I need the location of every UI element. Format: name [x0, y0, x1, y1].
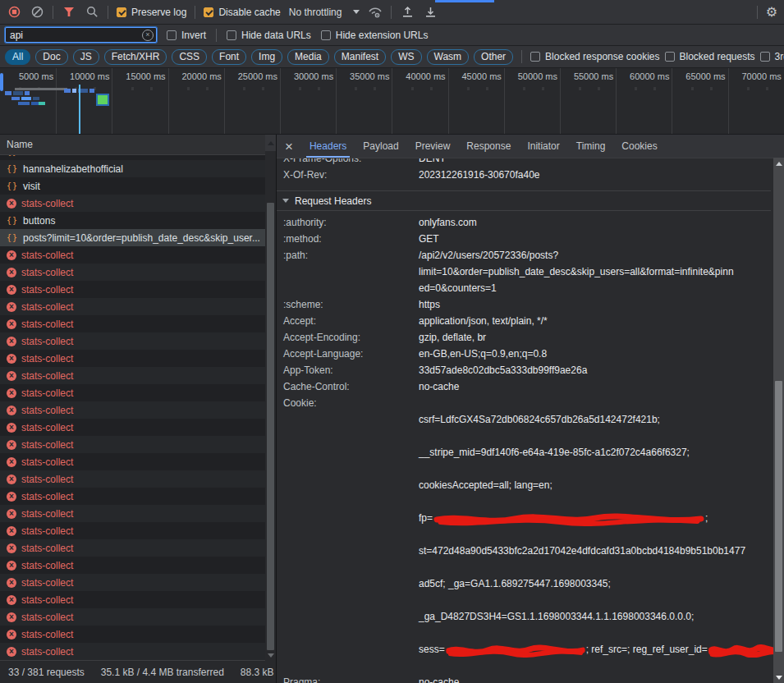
request-name: stats-collect	[21, 629, 73, 640]
import-har-button[interactable]	[400, 5, 415, 20]
fetch-icon: {}	[7, 233, 18, 242]
blocked-response-cookies-checkbox[interactable]	[530, 52, 540, 62]
scroll-up-icon[interactable]	[776, 162, 782, 166]
filter-chip-js[interactable]: JS	[73, 49, 99, 65]
preserve-log-toggle[interactable]: Preserve log	[117, 7, 186, 18]
tab-cookies[interactable]: Cookies	[613, 135, 665, 158]
tab-timing[interactable]: Timing	[568, 135, 614, 158]
export-har-button[interactable]	[423, 5, 438, 20]
request-row[interactable]: ×stats-collect	[0, 298, 276, 315]
request-row[interactable]: ×stats-collect	[0, 522, 276, 539]
detail-scrollbar[interactable]	[773, 158, 784, 683]
tab-payload[interactable]: Payload	[355, 135, 406, 158]
hide-extension-urls-toggle[interactable]: Hide extension URLs	[321, 30, 429, 41]
filter-chip-all[interactable]: All	[5, 49, 30, 65]
filter-input[interactable]	[5, 27, 157, 43]
header-name: X-Of-Rev:	[277, 167, 419, 183]
scroll-down-icon[interactable]	[776, 676, 782, 680]
request-name: stats-collect	[21, 646, 73, 658]
request-headers-section-header[interactable]: Request Headers	[277, 190, 771, 211]
third-party-requests-toggle[interactable]: 3rd-party requests	[760, 51, 784, 62]
request-row[interactable]: ×stats-collect	[0, 557, 276, 574]
request-row[interactable]: ×stats-collect	[0, 539, 276, 557]
network-conditions-button[interactable]	[368, 5, 383, 20]
preserve-log-checkbox[interactable]	[117, 7, 126, 17]
request-row[interactable]: ×stats-collect	[0, 643, 276, 660]
filter-chip-css[interactable]: CSS	[172, 49, 207, 65]
tab-headers[interactable]: Headers	[301, 135, 355, 158]
request-row[interactable]: ×stats-collect	[0, 332, 276, 350]
tab-preview[interactable]: Preview	[407, 135, 459, 158]
clear-button[interactable]	[30, 5, 44, 20]
invert-toggle[interactable]: Invert	[167, 30, 206, 41]
scroll-up-icon[interactable]	[268, 141, 274, 145]
throttling-dropdown[interactable]: No throttling	[289, 7, 360, 18]
request-list-scrollbar[interactable]	[265, 135, 276, 661]
request-row[interactable]: ×stats-collect	[0, 401, 276, 419]
request-row[interactable]: ×stats-collect	[0, 246, 276, 264]
filter-chip-fetch-xhr[interactable]: Fetch/XHR	[104, 49, 167, 65]
scroll-down-icon[interactable]	[268, 653, 274, 658]
filter-chip-font[interactable]: Font	[212, 49, 246, 65]
filter-chip-media[interactable]: Media	[287, 49, 329, 65]
request-row[interactable]: ×stats-collect	[0, 453, 276, 470]
timeline-tick-label: 65000 ms	[668, 71, 726, 81]
network-overview-timeline[interactable]: 5000 ms10000 ms15000 ms20000 ms25000 ms3…	[0, 68, 784, 135]
error-icon: ×	[7, 388, 16, 398]
filter-chip-img[interactable]: Img	[251, 49, 282, 65]
request-row[interactable]: ×stats-collect	[0, 574, 276, 591]
request-row[interactable]: {}visit	[0, 177, 276, 195]
filter-chip-ws[interactable]: WS	[391, 49, 421, 65]
request-row[interactable]: ×stats-collect	[0, 626, 276, 643]
request-row[interactable]: ×stats-collect	[0, 436, 276, 453]
request-row[interactable]: ×stats-collect	[0, 195, 276, 212]
disable-cache-checkbox[interactable]	[204, 7, 213, 17]
request-row[interactable]: ×stats-collect	[0, 470, 276, 488]
request-row[interactable]: ×stats-collect	[0, 488, 276, 505]
timeline-tick-label: 50000 ms	[500, 71, 557, 81]
header-value: application/json, text/plain, */*	[419, 313, 771, 329]
third-party-requests-checkbox[interactable]	[760, 52, 770, 62]
filter-chip-other[interactable]: Other	[474, 49, 513, 65]
redaction-scribble	[446, 644, 585, 658]
search-button[interactable]	[85, 5, 99, 20]
request-row[interactable]: ×stats-collect	[0, 608, 276, 626]
request-row[interactable]: ×stats-collect	[0, 281, 276, 298]
request-row[interactable]: ×stats-collect	[0, 315, 276, 332]
request-row[interactable]: ×stats-collect	[0, 505, 276, 522]
request-row[interactable]: ×stats-collect	[0, 367, 276, 384]
blocked-requests-checkbox[interactable]	[665, 52, 675, 62]
disable-cache-label: Disable cache	[218, 7, 280, 18]
request-row[interactable]: {}hannahelizabethofficial	[0, 160, 276, 177]
filter-button[interactable]	[62, 5, 76, 20]
close-icon[interactable]: ×	[285, 140, 293, 154]
blocked-response-cookies-toggle[interactable]: Blocked response cookies	[530, 51, 659, 62]
hide-extension-urls-checkbox[interactable]	[321, 30, 331, 40]
settings-gear-icon[interactable]: ⚙	[766, 6, 777, 19]
filter-chip-doc[interactable]: Doc	[35, 49, 67, 65]
record-button[interactable]	[7, 5, 21, 20]
scrollbar-thumb[interactable]	[267, 203, 274, 650]
name-column-header[interactable]: Name	[0, 135, 276, 155]
disable-cache-toggle[interactable]: Disable cache	[204, 7, 280, 18]
filter-chip-wasm[interactable]: Wasm	[427, 49, 470, 65]
tab-response[interactable]: Response	[458, 135, 519, 158]
hide-data-urls-checkbox[interactable]	[227, 30, 236, 40]
request-row[interactable]: {}posts?limit=10&order=publish_date_desc…	[0, 229, 276, 246]
blocked-requests-toggle[interactable]: Blocked requests	[665, 51, 755, 62]
tab-initiator[interactable]: Initiator	[519, 135, 567, 158]
request-row[interactable]: {}buttons	[0, 212, 276, 229]
request-row[interactable]: ×stats-collect	[0, 384, 276, 401]
request-row[interactable]: ×stats-collect	[0, 591, 276, 608]
filter-chip-manifest[interactable]: Manifest	[334, 49, 386, 65]
request-name: posts?limit=10&order=publish_date_desc&s…	[23, 232, 260, 244]
invert-checkbox[interactable]	[167, 30, 177, 40]
request-row[interactable]: ×stats-collect	[0, 350, 276, 367]
request-row[interactable]: ×stats-collect	[0, 264, 276, 281]
clear-filter-icon[interactable]: ×	[142, 30, 154, 41]
hide-data-urls-toggle[interactable]: Hide data URLs	[227, 30, 311, 41]
filter-input-wrap: ×	[5, 27, 157, 43]
timeline-faint-tick	[318, 87, 320, 90]
scrollbar-thumb[interactable]	[775, 381, 782, 652]
request-row[interactable]: ×stats-collect	[0, 419, 276, 436]
